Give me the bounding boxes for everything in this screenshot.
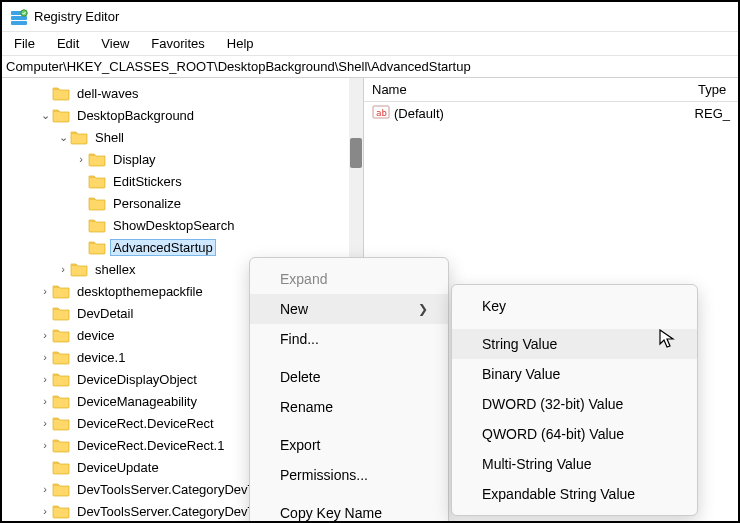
tree-row[interactable]: ›EditStickers: [2, 170, 363, 192]
folder-icon: [88, 239, 106, 255]
folder-icon: [52, 481, 70, 497]
address-text: Computer\HKEY_CLASSES_ROOT\DesktopBackgr…: [6, 59, 471, 74]
folder-icon: [88, 173, 106, 189]
folder-icon: [52, 85, 70, 101]
tree-node-label[interactable]: DeviceUpdate: [74, 459, 162, 476]
window-title: Registry Editor: [34, 9, 119, 24]
context-menu-key: Expand New ❯ Find... Delete Rename Expor…: [249, 257, 449, 523]
folder-icon: [52, 503, 70, 519]
ctx-rename[interactable]: Rename: [250, 392, 448, 422]
menu-file[interactable]: File: [4, 34, 45, 53]
folder-icon: [52, 415, 70, 431]
tree-row[interactable]: ›AdvancedStartup: [2, 236, 363, 258]
chevron-right-icon[interactable]: ›: [38, 285, 52, 297]
chevron-right-icon[interactable]: ›: [56, 263, 70, 275]
tree-node-label[interactable]: DeviceRect.DeviceRect: [74, 415, 217, 432]
title-bar: Registry Editor: [2, 2, 738, 32]
folder-icon: [52, 437, 70, 453]
tree-node-label[interactable]: dell-waves: [74, 85, 141, 102]
menu-help[interactable]: Help: [217, 34, 264, 53]
ctx-new-multistring[interactable]: Multi-String Value: [452, 449, 697, 479]
chevron-right-icon[interactable]: ›: [38, 395, 52, 407]
tree-node-label[interactable]: AdvancedStartup: [110, 239, 216, 256]
regedit-icon: [10, 8, 28, 26]
tree-node-label[interactable]: DeviceRect.DeviceRect.1: [74, 437, 227, 454]
svg-text:ab: ab: [376, 108, 387, 118]
menu-edit[interactable]: Edit: [47, 34, 89, 53]
menu-favorites[interactable]: Favorites: [141, 34, 214, 53]
tree-row[interactable]: ›dell-waves: [2, 82, 363, 104]
list-row[interactable]: ab (Default) REG_: [364, 102, 738, 124]
tree-node-label[interactable]: DesktopBackground: [74, 107, 197, 124]
folder-icon: [88, 195, 106, 211]
tree-node-label[interactable]: Shell: [92, 129, 127, 146]
list-row-name: (Default): [390, 106, 444, 121]
chevron-down-icon[interactable]: ⌄: [38, 109, 52, 122]
tree-row[interactable]: ⌄Shell: [2, 126, 363, 148]
tree-node-label[interactable]: device.1: [74, 349, 128, 366]
folder-icon: [52, 459, 70, 475]
svg-point-3: [21, 9, 27, 15]
menu-bar: File Edit View Favorites Help: [2, 32, 738, 56]
chevron-right-icon[interactable]: ›: [74, 153, 88, 165]
column-header-name[interactable]: Name: [364, 82, 694, 97]
folder-icon: [70, 261, 88, 277]
tree-node-label[interactable]: device: [74, 327, 118, 344]
tree-node-label[interactable]: DevDetail: [74, 305, 136, 322]
list-header: Name Type: [364, 78, 738, 102]
ctx-copy-key-name[interactable]: Copy Key Name: [250, 498, 448, 523]
ctx-export[interactable]: Export: [250, 430, 448, 460]
tree-row[interactable]: ›Display: [2, 148, 363, 170]
ctx-delete[interactable]: Delete: [250, 362, 448, 392]
tree-node-label[interactable]: EditStickers: [110, 173, 185, 190]
context-submenu-new: Key String Value Binary Value DWORD (32-…: [451, 284, 698, 516]
ctx-new-binary[interactable]: Binary Value: [452, 359, 697, 389]
tree-node-label[interactable]: DeviceDisplayObject: [74, 371, 200, 388]
folder-icon: [88, 151, 106, 167]
folder-icon: [52, 283, 70, 299]
chevron-right-icon[interactable]: ›: [38, 329, 52, 341]
ctx-new-qword[interactable]: QWORD (64-bit) Value: [452, 419, 697, 449]
tree-node-label[interactable]: shellex: [92, 261, 138, 278]
ctx-new[interactable]: New ❯: [250, 294, 448, 324]
ctx-expand: Expand: [250, 264, 448, 294]
folder-icon: [52, 305, 70, 321]
ctx-new-string[interactable]: String Value: [452, 329, 697, 359]
tree-node-label[interactable]: Personalize: [110, 195, 184, 212]
list-row-type: REG_: [695, 106, 730, 121]
folder-icon: [88, 217, 106, 233]
folder-icon: [52, 327, 70, 343]
tree-row[interactable]: ›ShowDesktopSearch: [2, 214, 363, 236]
folder-icon: [52, 107, 70, 123]
chevron-right-icon: ❯: [418, 302, 428, 316]
chevron-right-icon[interactable]: ›: [38, 417, 52, 429]
ctx-new-expandstring[interactable]: Expandable String Value: [452, 479, 697, 509]
chevron-right-icon[interactable]: ›: [38, 373, 52, 385]
chevron-right-icon[interactable]: ›: [38, 505, 52, 517]
tree-node-label[interactable]: Display: [110, 151, 159, 168]
ctx-new-key[interactable]: Key: [452, 291, 697, 321]
tree-row[interactable]: ›Personalize: [2, 192, 363, 214]
tree-node-label[interactable]: ShowDesktopSearch: [110, 217, 237, 234]
ctx-permissions[interactable]: Permissions...: [250, 460, 448, 490]
chevron-right-icon[interactable]: ›: [38, 439, 52, 451]
string-value-icon: ab: [372, 104, 390, 123]
folder-icon: [52, 393, 70, 409]
tree-node-label[interactable]: DeviceManageability: [74, 393, 200, 410]
chevron-right-icon[interactable]: ›: [38, 351, 52, 363]
ctx-find[interactable]: Find...: [250, 324, 448, 354]
ctx-new-dword[interactable]: DWORD (32-bit) Value: [452, 389, 697, 419]
folder-icon: [70, 129, 88, 145]
tree-row[interactable]: ⌄DesktopBackground: [2, 104, 363, 126]
menu-view[interactable]: View: [91, 34, 139, 53]
address-bar[interactable]: Computer\HKEY_CLASSES_ROOT\DesktopBackgr…: [2, 56, 738, 78]
chevron-right-icon[interactable]: ›: [38, 483, 52, 495]
tree-node-label[interactable]: desktopthemepackfile: [74, 283, 206, 300]
folder-icon: [52, 349, 70, 365]
column-header-type[interactable]: Type: [694, 82, 726, 97]
folder-icon: [52, 371, 70, 387]
svg-rect-2: [11, 21, 27, 25]
tree-scrollbar-thumb[interactable]: [350, 138, 362, 168]
chevron-down-icon[interactable]: ⌄: [56, 131, 70, 144]
